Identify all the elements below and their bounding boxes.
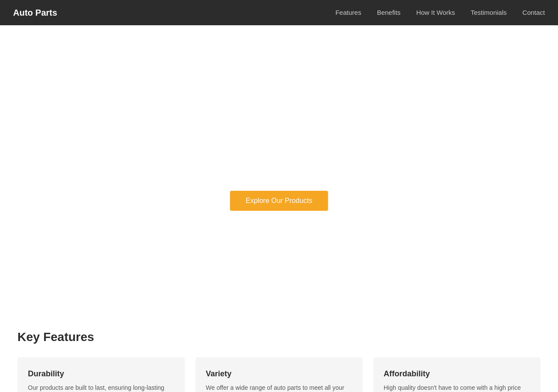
features-section: Key Features DurabilityOur products are …: [0, 313, 558, 392]
feature-card-title-0: Durability: [28, 369, 174, 378]
nav-link-contact[interactable]: Contact: [522, 9, 545, 16]
nav-link-features[interactable]: Features: [335, 9, 361, 16]
hero-section: Explore Our Products: [0, 25, 558, 313]
nav-link-benefits[interactable]: Benefits: [377, 9, 401, 16]
feature-card-2: AffordabilityHigh quality doesn't have t…: [373, 357, 541, 392]
navbar: Auto Parts FeaturesBenefitsHow It WorksT…: [0, 0, 558, 25]
nav-links: FeaturesBenefitsHow It WorksTestimonials…: [335, 9, 545, 17]
feature-card-0: DurabilityOur products are built to last…: [17, 357, 185, 392]
features-heading: Key Features: [17, 330, 541, 344]
explore-products-button[interactable]: Explore Our Products: [230, 191, 328, 211]
feature-card-desc-0: Our products are built to last, ensuring…: [28, 383, 174, 392]
nav-link-testimonials[interactable]: Testimonials: [471, 9, 507, 16]
feature-card-1: VarietyWe offer a wide range of auto par…: [195, 357, 363, 392]
feature-card-title-2: Affordability: [384, 369, 530, 378]
nav-logo[interactable]: Auto Parts: [13, 8, 57, 18]
feature-card-desc-1: We offer a wide range of auto parts to m…: [206, 383, 352, 392]
feature-card-desc-2: High quality doesn't have to come with a…: [384, 383, 530, 392]
features-cards: DurabilityOur products are built to last…: [17, 357, 541, 392]
nav-link-how-it-works[interactable]: How It Works: [416, 9, 455, 16]
feature-card-title-1: Variety: [206, 369, 352, 378]
